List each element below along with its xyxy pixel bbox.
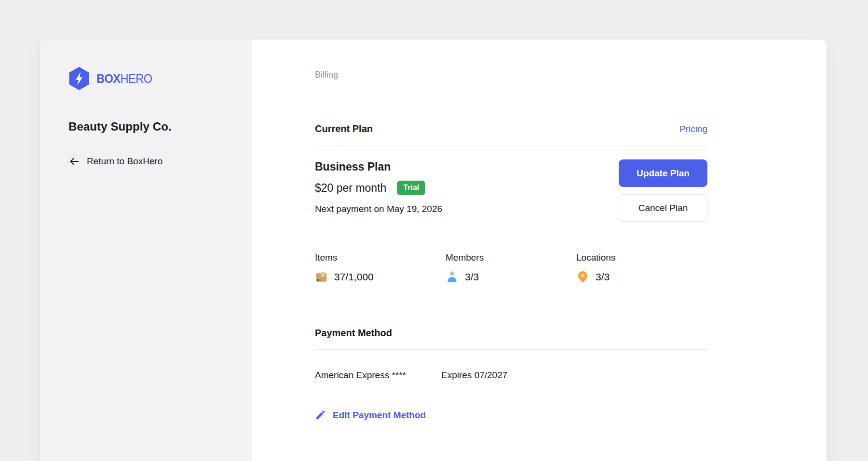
locations-value: 3/3 — [596, 271, 610, 283]
wordmark-hero: HERO — [121, 72, 152, 85]
return-to-boxhero-link[interactable]: Return to BoxHero — [68, 156, 232, 167]
company-name: Beauty Supply Co. — [68, 120, 232, 133]
main-panel: Billing Current Plan Pricing Business Pl… — [252, 40, 827, 461]
boxhero-hexagon-icon — [68, 67, 90, 90]
usage-items: Items 37/1,000 — [315, 252, 446, 283]
next-payment-text: Next payment on May 19, 2026 — [315, 203, 442, 215]
trial-badge: Trial — [397, 181, 425, 195]
cancel-plan-button[interactable]: Cancel Plan — [619, 194, 707, 222]
current-plan-header: Current Plan Pricing — [315, 123, 707, 145]
items-value: 37/1,000 — [334, 271, 374, 283]
update-plan-button[interactable]: Update Plan — [619, 159, 707, 187]
card-expiry: Expires 07/2027 — [441, 370, 507, 381]
member-icon — [446, 270, 459, 283]
payment-method-header: Payment Method — [315, 328, 707, 350]
pencil-icon — [315, 409, 326, 421]
return-to-boxhero-label: Return to BoxHero — [87, 156, 163, 167]
payment-card-row: American Express **** Expires 07/2027 — [315, 370, 707, 381]
plan-price: $20 per month — [315, 181, 386, 195]
box-icon — [315, 270, 328, 283]
plan-details: Business Plan $20 per month Trial Next p… — [315, 159, 442, 222]
plan-buttons: Update Plan Cancel Plan — [619, 159, 707, 222]
wordmark-box: BOX — [96, 72, 121, 85]
boxhero-logo: BOXHERO — [68, 67, 232, 90]
current-plan-title: Current Plan — [315, 123, 373, 134]
pricing-link[interactable]: Pricing — [679, 124, 707, 134]
payment-method-title: Payment Method — [315, 328, 392, 339]
page-title: Billing — [315, 70, 707, 80]
members-value: 3/3 — [465, 271, 479, 283]
locations-label: Locations — [576, 252, 707, 263]
usage-locations: Locations 3/3 — [576, 252, 707, 283]
card-name: American Express **** — [315, 370, 441, 381]
members-label: Members — [446, 252, 576, 263]
usage-members: Members 3/3 — [446, 252, 576, 283]
boxhero-wordmark: BOXHERO — [96, 72, 152, 86]
edit-payment-method-label: Edit Payment Method — [333, 410, 426, 421]
plan-row: Business Plan $20 per month Trial Next p… — [315, 159, 707, 222]
location-pin-icon — [576, 270, 589, 283]
arrow-left-icon — [68, 156, 80, 167]
billing-window: BOXHERO Beauty Supply Co. Return to BoxH… — [40, 40, 827, 461]
items-label: Items — [315, 252, 446, 263]
sidebar: BOXHERO Beauty Supply Co. Return to BoxH… — [40, 40, 252, 461]
usage-stats: Items 37/1,000 Members — [315, 252, 707, 283]
edit-payment-method-link[interactable]: Edit Payment Method — [315, 409, 707, 421]
plan-name: Business Plan — [315, 159, 442, 174]
